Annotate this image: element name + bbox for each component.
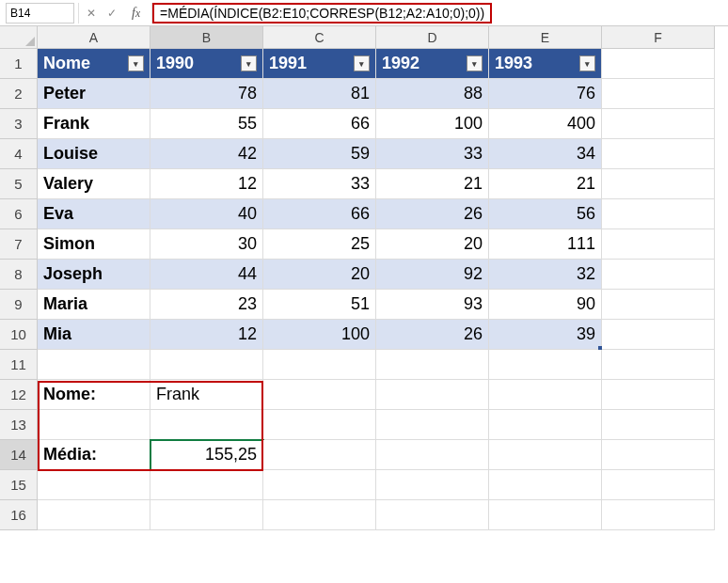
table-cell[interactable]: 40 [150, 199, 263, 229]
cell[interactable] [489, 500, 602, 530]
table-row-name[interactable]: Eva [38, 199, 150, 229]
table-header[interactable]: 1991▾ [263, 49, 376, 79]
cell[interactable] [263, 440, 376, 470]
table-cell[interactable]: 33 [376, 139, 489, 169]
cell[interactable] [489, 350, 602, 380]
table-header[interactable]: Nome▾ [38, 49, 150, 79]
table-cell[interactable]: 34 [489, 139, 602, 169]
col-header-F[interactable]: F [602, 26, 715, 49]
table-header[interactable]: 1992▾ [376, 49, 489, 79]
table-cell[interactable]: 21 [489, 169, 602, 199]
table-row-name[interactable]: Mia [38, 320, 150, 350]
row-header[interactable]: 12 [0, 380, 38, 410]
table-cell[interactable]: 88 [376, 79, 489, 109]
table-cell[interactable]: 26 [376, 320, 489, 350]
table-row-name[interactable]: Simon [38, 229, 150, 260]
table-cell[interactable]: 66 [263, 199, 376, 229]
col-header-A[interactable]: A [38, 26, 150, 49]
table-cell[interactable]: 21 [376, 169, 489, 199]
table-cell[interactable]: 81 [263, 79, 376, 109]
cell[interactable] [38, 470, 150, 500]
filter-dropdown-icon[interactable]: ▾ [579, 55, 595, 71]
table-cell[interactable]: 93 [376, 290, 489, 320]
cell[interactable] [489, 380, 602, 410]
cell[interactable] [602, 350, 715, 380]
table-cell[interactable]: 26 [376, 199, 489, 229]
formula-input[interactable]: =MÉDIA(ÍNDICE(B2:E10;CORRESP(B12;A2:A10;… [152, 3, 492, 24]
cell[interactable] [602, 470, 715, 500]
table-cell[interactable]: 51 [263, 290, 376, 320]
row-header[interactable]: 4 [0, 139, 38, 169]
row-header[interactable]: 2 [0, 79, 38, 109]
cancel-icon[interactable]: ✕ [85, 7, 98, 20]
lookup-avg-label[interactable]: Média: [38, 440, 150, 470]
fx-icon[interactable]: fx [126, 6, 146, 21]
row-header[interactable]: 16 [0, 500, 38, 530]
filter-dropdown-icon[interactable]: ▾ [241, 55, 257, 71]
cell[interactable] [263, 410, 376, 440]
table-cell[interactable]: 59 [263, 139, 376, 169]
table-cell[interactable]: 400 [489, 109, 602, 139]
confirm-icon[interactable]: ✓ [105, 7, 119, 20]
row-header[interactable]: 7 [0, 229, 38, 260]
cell[interactable] [376, 440, 489, 470]
cell[interactable] [150, 350, 263, 380]
row-header[interactable]: 3 [0, 109, 38, 139]
table-cell[interactable]: 32 [489, 260, 602, 290]
cell[interactable] [38, 500, 150, 530]
table-header[interactable]: 1993▾ [489, 49, 602, 79]
table-row-name[interactable]: Louise [38, 139, 150, 169]
table-cell[interactable]: 12 [150, 320, 263, 350]
row-header[interactable]: 5 [0, 169, 38, 199]
lookup-name-value[interactable]: Frank [150, 380, 263, 410]
cell[interactable] [602, 500, 715, 530]
cell[interactable] [263, 500, 376, 530]
row-header[interactable]: 15 [0, 470, 38, 500]
cell[interactable] [489, 410, 602, 440]
cell[interactable] [376, 470, 489, 500]
cell[interactable] [489, 470, 602, 500]
cell[interactable] [150, 500, 263, 530]
table-row-name[interactable]: Peter [38, 79, 150, 109]
table-cell[interactable]: 42 [150, 139, 263, 169]
filter-dropdown-icon[interactable]: ▾ [128, 55, 144, 71]
col-header-B[interactable]: B [150, 26, 263, 49]
table-header[interactable]: 1990▾ [150, 49, 263, 79]
name-box[interactable]: B14 [6, 3, 74, 24]
table-row-name[interactable]: Maria [38, 290, 150, 320]
table-cell[interactable]: 33 [263, 169, 376, 199]
col-header-D[interactable]: D [376, 26, 489, 49]
table-cell[interactable]: 92 [376, 260, 489, 290]
table-cell[interactable]: 20 [263, 260, 376, 290]
cell[interactable] [376, 500, 489, 530]
row-header[interactable]: 9 [0, 290, 38, 320]
cell[interactable] [376, 350, 489, 380]
lookup-avg-value[interactable]: 155,25 [150, 440, 263, 470]
row-header[interactable]: 1 [0, 49, 38, 79]
filter-dropdown-icon[interactable]: ▾ [354, 55, 370, 71]
table-row-name[interactable]: Joseph [38, 260, 150, 290]
cell[interactable] [150, 470, 263, 500]
cell[interactable] [263, 380, 376, 410]
table-cell[interactable]: 90 [489, 290, 602, 320]
cell[interactable] [38, 350, 150, 380]
row-header[interactable]: 13 [0, 410, 38, 440]
table-cell[interactable]: 23 [150, 290, 263, 320]
col-header-E[interactable]: E [489, 26, 602, 49]
cell[interactable] [602, 410, 715, 440]
cell[interactable] [602, 440, 715, 470]
cell[interactable] [150, 410, 263, 440]
table-cell[interactable]: 44 [150, 260, 263, 290]
table-cell[interactable]: 78 [150, 79, 263, 109]
table-cell[interactable]: 76 [489, 79, 602, 109]
table-cell[interactable]: 12 [150, 169, 263, 199]
table-cell[interactable]: 30 [150, 229, 263, 260]
table-row-name[interactable]: Valery [38, 169, 150, 199]
select-all-button[interactable] [0, 26, 38, 49]
cell[interactable] [263, 350, 376, 380]
filter-dropdown-icon[interactable]: ▾ [467, 55, 483, 71]
table-cell[interactable]: 100 [263, 320, 376, 350]
cell[interactable] [602, 380, 715, 410]
row-header[interactable]: 14 [0, 440, 38, 470]
cell[interactable] [376, 380, 489, 410]
